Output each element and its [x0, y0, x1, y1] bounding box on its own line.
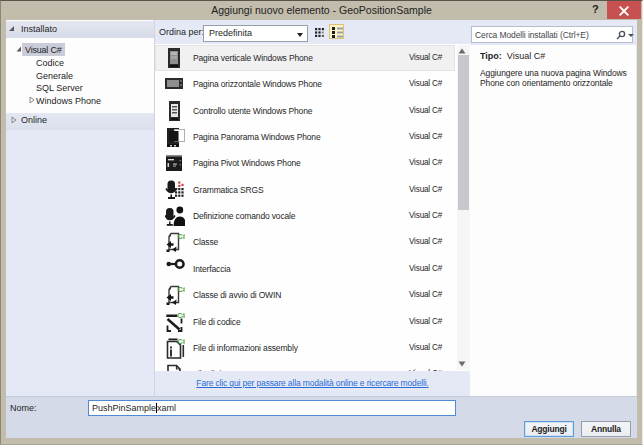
svg-text:C#: C# — [178, 233, 186, 240]
svg-text:C#: C# — [178, 286, 186, 293]
svg-text:C#: C# — [177, 312, 185, 319]
svg-text:C#: C# — [178, 337, 186, 344]
